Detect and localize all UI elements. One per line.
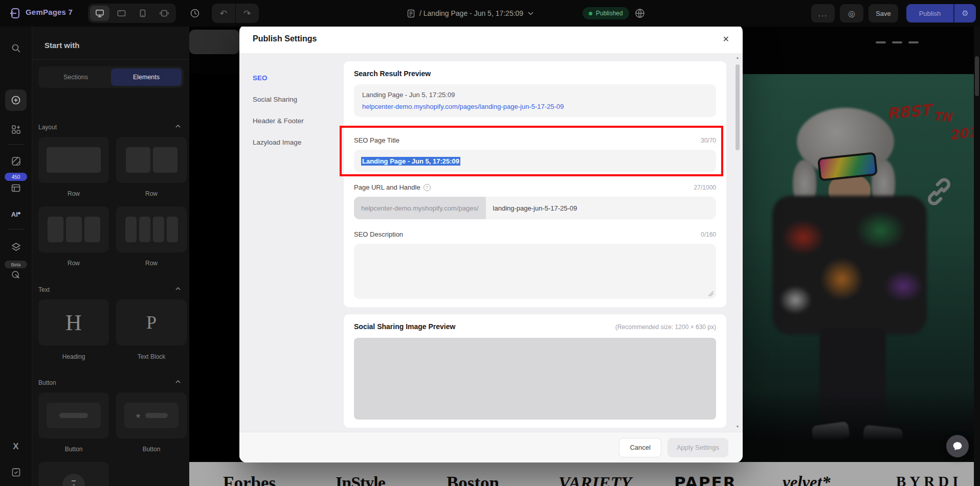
x-social-button[interactable]: X bbox=[0, 442, 32, 452]
resize-handle-icon[interactable] bbox=[708, 291, 714, 296]
chevron-down-icon bbox=[528, 12, 533, 15]
element-button-icon[interactable]: ★ bbox=[116, 392, 187, 438]
publish-button[interactable]: Publish bbox=[906, 4, 953, 22]
modal-nav: SEO Social Sharing Header & Footer Lazyl… bbox=[253, 74, 329, 160]
element-label: Heading bbox=[38, 353, 109, 360]
layers-icon bbox=[11, 242, 21, 252]
preview-page-title: Landing Page - Jun 5, 17:25:09 bbox=[362, 91, 708, 99]
search-result-preview-box: Landing Page - Jun 5, 17:25:09 helpcente… bbox=[354, 84, 716, 117]
tab-elements[interactable]: Elements bbox=[111, 68, 182, 86]
redo-button[interactable]: ↷ bbox=[236, 4, 259, 23]
page-url-field: Page URL and Handle ? 27/1000 helpcenter… bbox=[354, 183, 716, 219]
layers-button[interactable] bbox=[0, 242, 32, 252]
sparkle-icon: ◆ bbox=[18, 211, 20, 215]
tab-sections[interactable]: Sections bbox=[40, 68, 111, 86]
element-label: Row bbox=[38, 260, 109, 267]
group-label-layout: Layout bbox=[38, 124, 57, 131]
device-switcher bbox=[88, 4, 176, 23]
nav-item-social-sharing[interactable]: Social Sharing bbox=[253, 96, 329, 103]
apply-settings-button[interactable]: Apply Settings bbox=[667, 438, 728, 457]
add-element-button[interactable] bbox=[5, 89, 27, 111]
gempages-editor: R8ST TN 2016 Forbes InStyle Boston VARIE… bbox=[0, 0, 980, 486]
element-button-plain[interactable] bbox=[38, 392, 109, 438]
chat-launcher-button[interactable] bbox=[946, 435, 969, 457]
device-responsive-button[interactable] bbox=[154, 6, 174, 21]
brand-name: GemPages 7 bbox=[26, 8, 73, 16]
social-sharing-card: Social Sharing Image Preview (Recommende… bbox=[344, 314, 726, 428]
element-row-3col[interactable] bbox=[38, 206, 109, 252]
publish-button-group: Publish ⚙ bbox=[906, 4, 976, 22]
url-prefix-addon: helpcenter-demo.myshopify.com/pages/ bbox=[354, 197, 486, 219]
undo-button[interactable]: ↶ bbox=[212, 4, 235, 23]
more-actions-button[interactable]: ... bbox=[811, 4, 835, 22]
seo-description-field: SEO Description 0/160 bbox=[354, 230, 716, 299]
modal-scrollbar-thumb[interactable] bbox=[736, 64, 740, 150]
language-globe-icon[interactable] bbox=[634, 8, 645, 19]
element-row-4col[interactable] bbox=[116, 206, 187, 252]
element-scroll-top-button[interactable]: ↑ bbox=[38, 462, 109, 486]
ai-assistant-button[interactable]: AI◆ bbox=[0, 211, 32, 218]
nav-item-header-footer[interactable]: Header & Footer bbox=[253, 117, 329, 125]
device-tablet-button[interactable] bbox=[112, 6, 131, 21]
scroll-down-icon[interactable]: ▼ bbox=[736, 424, 740, 429]
current-page-title: / Landing Page - Jun 5, 17:25:09 bbox=[419, 9, 523, 17]
collapse-caret-icon[interactable] bbox=[175, 380, 181, 383]
blocks-plus-icon bbox=[11, 125, 21, 134]
social-image-placeholder bbox=[354, 338, 716, 420]
search-button[interactable] bbox=[0, 43, 32, 53]
preview-button[interactable]: ◎ bbox=[840, 4, 863, 22]
arrow-up-icon: ↑ bbox=[72, 480, 76, 486]
url-handle-input[interactable]: landing-page-jun-5-17-25-09 bbox=[486, 197, 716, 219]
page-title-menu[interactable]: / Landing Page - Jun 5, 17:25:09 bbox=[407, 0, 533, 27]
tablet-icon bbox=[117, 10, 126, 17]
pages-button[interactable] bbox=[0, 184, 32, 192]
pages-icon bbox=[11, 184, 20, 192]
modal-scrollbar[interactable]: ▲ ▼ bbox=[734, 55, 741, 429]
save-button[interactable]: Save bbox=[868, 4, 898, 22]
element-label: Row bbox=[116, 260, 187, 267]
seo-page-title-label: SEO Page Title bbox=[354, 136, 399, 144]
modal-header: Publish Settings ✕ bbox=[239, 25, 743, 53]
seo-page-title-input[interactable]: Landing Page - Jun 5, 17:25:09 bbox=[354, 150, 716, 172]
seo-card: Search Result Preview Landing Page - Jun… bbox=[344, 61, 726, 307]
close-icon[interactable]: ✕ bbox=[723, 34, 729, 44]
status-badge: Published bbox=[583, 7, 629, 19]
nav-item-lazyload-image[interactable]: Lazyload Image bbox=[253, 138, 329, 146]
collapse-caret-icon[interactable] bbox=[175, 125, 181, 128]
checklist-button[interactable] bbox=[0, 467, 32, 477]
sections-library-button[interactable] bbox=[0, 125, 32, 134]
device-desktop-button[interactable] bbox=[90, 6, 109, 21]
panel-divider bbox=[32, 59, 189, 60]
scroll-up-icon[interactable]: ▲ bbox=[736, 55, 740, 60]
seo-description-label: SEO Description bbox=[354, 230, 403, 238]
button-thumbnail bbox=[47, 403, 101, 428]
publish-settings-gear-button[interactable]: ⚙ bbox=[954, 4, 976, 22]
clipboard-check-icon bbox=[12, 467, 20, 477]
publish-settings-modal: Publish Settings ✕ SEO Social Sharing He… bbox=[239, 25, 743, 462]
preview-page-url[interactable]: helpcenter-demo.myshopify.com/pages/land… bbox=[362, 103, 708, 110]
nav-item-seo[interactable]: SEO bbox=[253, 74, 329, 82]
element-row-1col[interactable] bbox=[38, 137, 109, 183]
collapse-caret-icon[interactable] bbox=[175, 287, 181, 290]
device-mobile-button[interactable] bbox=[133, 6, 152, 21]
theme-styles-button[interactable] bbox=[0, 156, 32, 166]
interactions-button[interactable] bbox=[0, 270, 32, 280]
element-heading[interactable]: H bbox=[38, 299, 109, 345]
rail-divider bbox=[7, 229, 25, 229]
history-button[interactable] bbox=[188, 7, 202, 20]
recommended-size-hint: (Recommended size: 1200 × 630 px) bbox=[615, 323, 716, 331]
element-text-block[interactable]: P bbox=[116, 299, 187, 345]
rail-divider bbox=[7, 144, 25, 145]
seo-page-title-field: SEO Page Title 30/70 Landing Page - Jun … bbox=[354, 136, 716, 172]
click-target-icon bbox=[11, 270, 20, 280]
exit-editor-icon[interactable] bbox=[9, 7, 21, 19]
elements-panel: Start with Sections Elements Layout Row … bbox=[32, 27, 189, 486]
help-icon[interactable]: ? bbox=[424, 184, 431, 191]
heading-glyph: H bbox=[65, 310, 82, 336]
cancel-button[interactable]: Cancel bbox=[619, 438, 661, 457]
modal-body: SEO Social Sharing Header & Footer Lazyl… bbox=[239, 53, 743, 432]
seo-description-counter: 0/160 bbox=[701, 231, 716, 238]
icon-rail: 450 AI◆ Beta X bbox=[0, 27, 32, 486]
element-row-2col[interactable] bbox=[116, 137, 187, 183]
seo-description-textarea[interactable] bbox=[354, 244, 716, 299]
